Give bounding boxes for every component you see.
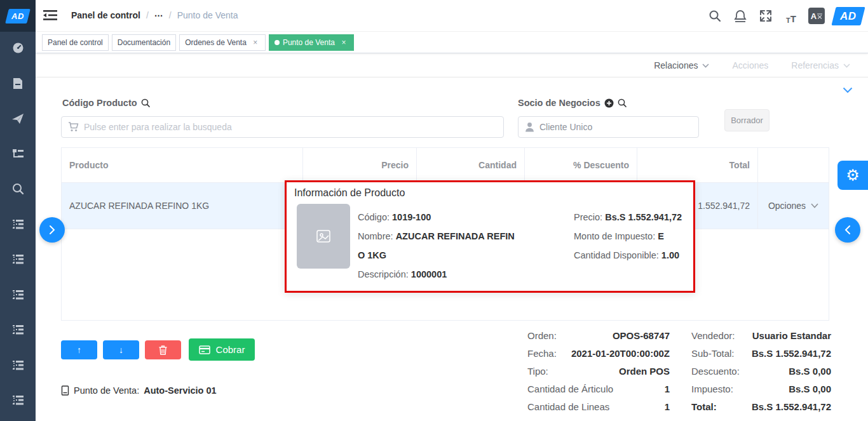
summary-row-cantidad-lineas: Cantidad de Lineas1 [527,398,670,415]
brand-logo-icon: AD [5,9,31,23]
sidebar-item-menu-3[interactable] [0,279,36,314]
sidebar-item-dashboard[interactable] [0,32,36,67]
summary-row-descuento: Descuento:Bs.S 0,00 [691,362,831,380]
sidebar-collapse-icon[interactable] [43,10,57,23]
close-tab-icon[interactable] [339,38,348,47]
chevron-right-icon [49,225,55,235]
menu-list-icon [12,324,24,338]
business-partner-field[interactable] [518,116,699,138]
summary-row-fecha: Fecha:2021-01-20T00:00:00Z [527,344,670,362]
settings-panel-button[interactable] [837,161,868,190]
notifications-bell-icon[interactable] [732,8,749,24]
product-search-input[interactable] [84,122,497,132]
cart-icon [68,122,79,132]
sidebar-item-menu-2[interactable] [0,243,36,279]
language-icon[interactable]: A [808,8,825,24]
tag-punto-de-venta[interactable]: Punto de Venta [269,34,354,51]
menu-acciones[interactable]: Acciones [721,53,780,77]
breadcrumb-separator [169,10,172,20]
pos-terminal-info: Punto de Venta: Auto-Servicio 01 [61,385,217,396]
dashboard-icon [12,42,24,57]
tags-view-bar: Panel de control Documentación Ordenes d… [36,32,868,53]
summary-row-orden: Orden:OPOS-68747 [527,326,670,344]
product-search-field[interactable] [61,116,504,138]
credit-card-icon [199,345,210,354]
arrow-up-icon [77,345,81,355]
column-header-options [758,148,829,183]
move-line-down-button[interactable] [103,340,139,359]
cobrar-button[interactable]: Cobrar [189,338,255,361]
breadcrumb-ellipsis[interactable]: ⋯ [154,10,163,20]
summary-row-cantidad-articulo: Cantidad de Árticulo1 [527,380,670,398]
popup-title: Información de Producto [294,187,405,199]
row-options-dropdown[interactable]: Opciones [758,183,829,229]
product-description-line: Descripción: 1000001 [358,265,520,284]
sidebar-item-send[interactable] [0,102,36,138]
add-partner-icon[interactable] [604,98,614,108]
active-dot-icon [275,40,280,45]
tag-ordenes-de-venta[interactable]: Ordenes de Venta [179,34,266,51]
paper-plane-icon [11,113,24,127]
product-code-line: Código: 1019-100 [358,208,520,227]
sidebar-item-search[interactable] [0,173,36,208]
close-tab-icon[interactable] [251,38,260,47]
search-icon[interactable] [618,98,627,107]
gear-icon [846,168,860,183]
person-icon [525,122,534,132]
fullscreen-icon[interactable] [757,8,774,24]
brand-logo[interactable]: AD [831,7,865,25]
product-price-line: Precio: Bs.S 1.552.941,72 [574,208,682,227]
search-icon [12,183,24,197]
business-partner-input[interactable] [539,122,692,132]
document-status-button[interactable]: Borrador [724,109,770,131]
column-header-descuento: % Descuento [525,148,637,183]
header-actions: TT A AD [707,0,863,32]
tag-documentacion[interactable]: Documentación [112,34,176,51]
document-icon [12,77,24,92]
tree-icon [12,148,24,162]
expand-right-panel-button[interactable] [835,217,860,243]
product-tax-line: Monto de Impuesto: E [574,227,682,246]
sidebar-logo[interactable]: AD [0,0,36,32]
menu-list-icon [12,219,24,232]
menu-relaciones[interactable]: Relaciones [642,53,721,77]
breadcrumb-separator [146,10,149,20]
context-menu: Relaciones Acciones Referencias [642,53,862,77]
chevron-left-icon [844,225,851,235]
sidebar-item-tree[interactable] [0,138,36,173]
column-header-total: Total [637,148,758,183]
header-search-icon[interactable] [707,8,723,24]
menu-referencias[interactable]: Referencias [780,53,862,77]
product-qty-line: Cantidad Disponible: 1.00 [574,246,682,265]
sidebar-item-documents[interactable] [0,67,36,103]
move-line-up-button[interactable] [61,340,97,359]
search-icon[interactable] [141,98,150,107]
order-summary-right: Vendedor:Usuario Estandar Sub-Total:Bs.S… [691,326,831,415]
sidebar-item-menu-1[interactable] [0,208,36,244]
order-summary-left: Orden:OPOS-68747 Fecha:2021-01-20T00:00:… [527,326,670,415]
sidebar-item-menu-6[interactable] [0,384,36,420]
column-header-precio: Precio [303,148,417,183]
table-header: Producto Precio Cantidad % Descuento Tot… [62,148,829,183]
collapse-panel-chevron-icon[interactable] [843,84,853,96]
summary-row-impuesto: Impuesto:Bs.S 0,00 [691,380,831,398]
expand-left-panel-button[interactable] [39,217,65,243]
breadcrumb: Panel de control ⋯ Punto de Venta [71,10,238,20]
popup-details-left: Código: 1019-100 Nombre: AZUCAR REFINADA… [358,208,520,284]
context-action-bar: Relaciones Acciones Referencias [36,53,868,77]
breadcrumb-item[interactable]: Panel de control [71,10,140,20]
sidebar-item-menu-5[interactable] [0,349,36,385]
chevron-down-icon [811,203,818,208]
text-size-icon[interactable]: TT [783,8,799,24]
breadcrumb-item-current: Punto de Venta [177,10,238,20]
chevron-down-icon [843,63,850,68]
delete-line-button[interactable] [145,340,181,359]
summary-row-subtotal: Sub-Total:Bs.S 1.552.941,72 [691,344,831,362]
tag-panel-de-control[interactable]: Panel de control [42,34,109,51]
menu-list-icon [12,254,24,267]
menu-list-icon [12,290,24,303]
pos-screen: AD [0,0,868,421]
product-image-placeholder [297,204,350,269]
sidebar-item-menu-4[interactable] [0,314,36,349]
summary-row-total: Total:Bs.S 1.552.941,72 [691,398,831,415]
